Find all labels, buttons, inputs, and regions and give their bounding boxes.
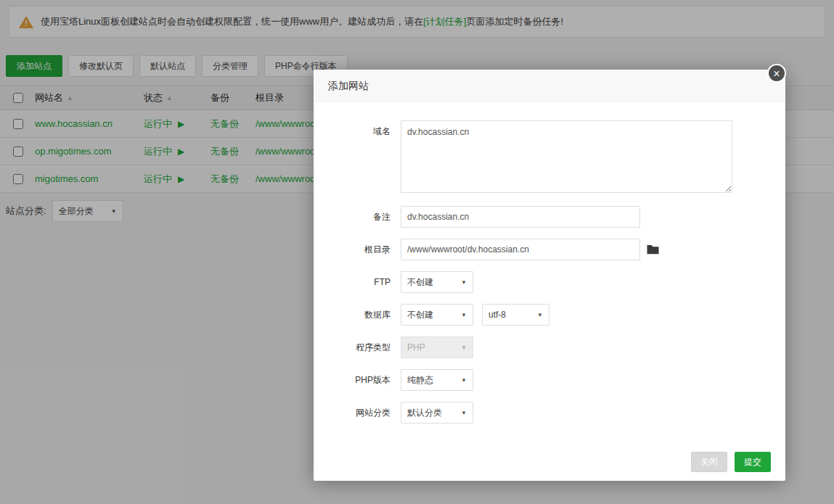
database-select-value: 不创建: [407, 309, 433, 321]
chevron-down-icon: ▼: [461, 410, 467, 416]
php-version-label: PHP版本: [328, 369, 391, 391]
php-version-select-value: 纯静态: [407, 374, 433, 387]
note-input[interactable]: [401, 206, 640, 228]
modal-body: 域名 dv.hocassian.cn 备注 根目录 FTP 不创建 ▼ 数据库 …: [314, 102, 785, 424]
site-category-select-value: 默认分类: [407, 407, 442, 419]
program-type-select: PHP ▼: [401, 336, 473, 358]
modal-footer: 关闭 提交: [691, 452, 771, 472]
chevron-down-icon: ▼: [461, 344, 467, 351]
php-version-select[interactable]: 纯静态 ▼: [401, 369, 473, 391]
chevron-down-icon: ▼: [461, 279, 467, 286]
site-category-label: 网站分类: [328, 402, 391, 424]
modal-header: 添加网站: [314, 70, 785, 102]
domain-label: 域名: [328, 120, 391, 142]
ftp-select-value: 不创建: [407, 276, 433, 289]
close-icon[interactable]: ×: [767, 64, 786, 83]
program-type-label: 程序类型: [328, 336, 391, 358]
close-button[interactable]: 关闭: [691, 452, 727, 472]
root-path-label: 根目录: [328, 239, 391, 260]
folder-icon[interactable]: [647, 244, 659, 255]
domain-textarea[interactable]: dv.hocassian.cn: [401, 120, 732, 193]
charset-select[interactable]: utf-8 ▼: [482, 304, 549, 326]
chevron-down-icon: ▼: [461, 377, 467, 384]
site-category-select[interactable]: 默认分类 ▼: [401, 402, 473, 424]
submit-button[interactable]: 提交: [735, 452, 771, 472]
charset-select-value: utf-8: [488, 310, 506, 320]
add-site-modal: × 添加网站 域名 dv.hocassian.cn 备注 根目录 FTP 不创建…: [314, 70, 785, 481]
database-label: 数据库: [328, 304, 391, 326]
note-label: 备注: [328, 206, 391, 228]
database-select[interactable]: 不创建 ▼: [401, 304, 473, 326]
root-path-input[interactable]: [401, 239, 640, 260]
chevron-down-icon: ▼: [537, 312, 543, 318]
ftp-label: FTP: [328, 271, 391, 293]
modal-title: 添加网站: [328, 80, 369, 91]
ftp-select[interactable]: 不创建 ▼: [401, 271, 473, 293]
program-type-select-value: PHP: [407, 342, 425, 352]
chevron-down-icon: ▼: [461, 312, 467, 318]
